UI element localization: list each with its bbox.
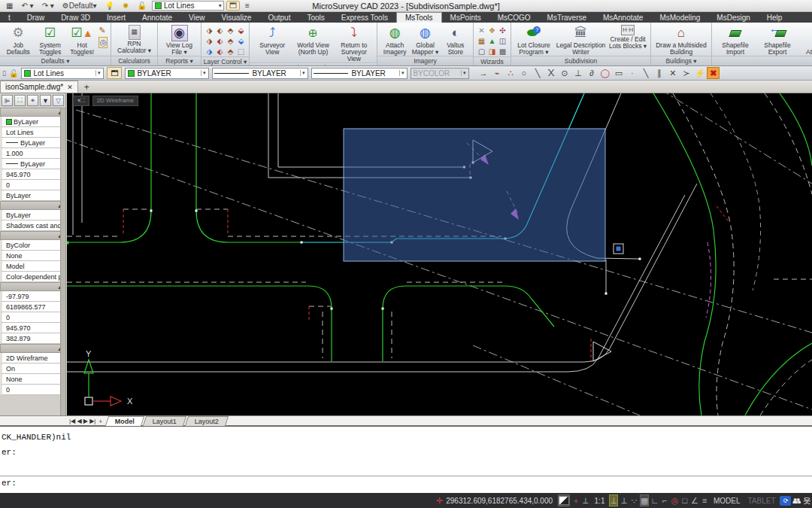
collaborate-icon[interactable]: 👥︎ [792, 494, 801, 506]
snap-tangent-icon[interactable]: ∂ [585, 67, 598, 79]
layer-tool-icon[interactable]: ⬗ [205, 26, 214, 35]
group-label-reports[interactable]: Reports ▾ [158, 56, 201, 65]
target-tool-icon[interactable]: ◎ [98, 37, 108, 48]
world-view-button[interactable]: 🜨World View (North Up) [293, 24, 332, 56]
menu-item-output[interactable]: Output [259, 12, 298, 23]
group-label-gis[interactable]: GIS [712, 56, 812, 65]
snap-parallel-icon[interactable]: ∥ [653, 67, 665, 79]
layer-properties-icon[interactable]: 🗔 [226, 1, 240, 11]
snap-temp-icon[interactable]: ∴ [504, 67, 517, 79]
tablet-toggle[interactable]: TABLET [747, 497, 775, 505]
section-header-plot[interactable]: ▲ [0, 231, 65, 240]
menu-item-msmodeling[interactable]: MsModeling [651, 12, 708, 23]
user-profile-icon[interactable]: 웃 [803, 494, 811, 506]
wizard-tool-icon[interactable]: ❖ [487, 26, 497, 35]
tab-model[interactable]: Model [105, 416, 144, 426]
graphics-toggle-icon[interactable] [558, 494, 570, 506]
snap-extension-icon[interactable]: ≻ [680, 67, 692, 79]
snap-mode-icon[interactable]: ∟ [650, 494, 659, 506]
prop-elevation[interactable]: 0 [0, 180, 65, 190]
model-space-toggle[interactable]: MODEL [714, 497, 741, 505]
prop-linetype-scale[interactable]: 1.000 [0, 148, 65, 159]
group-label-imagery[interactable]: Imagery [377, 56, 473, 65]
system-toggles-button[interactable]: ☑System Toggles [35, 24, 65, 56]
redo-button[interactable]: ↷ ▾ [39, 1, 57, 11]
undo-button[interactable]: ↶ ▾ [18, 1, 36, 11]
prop-center-y[interactable]: 6189865.577 [0, 302, 65, 312]
filter-icon[interactable]: ▼ [40, 95, 51, 106]
menu-item-annotate[interactable]: Annotate [134, 12, 180, 23]
snap-insertion-icon[interactable]: ▭ [612, 67, 625, 79]
prop-plotstyle-table[interactable]: None [0, 251, 65, 261]
layer-on-icon[interactable]: 💡 [102, 1, 117, 11]
menu-item-draw3d[interactable]: Draw 3D [53, 12, 98, 23]
pickbox-cursor[interactable] [614, 244, 623, 254]
snap-quick-icon[interactable]: ⚡ [693, 67, 706, 79]
group-label-view-rotation[interactable]: View Rotation [250, 62, 377, 65]
prop-center-z[interactable]: 0 [0, 312, 65, 323]
wizard-tool-icon[interactable]: ▦ [477, 36, 486, 46]
group-label-layer-control[interactable]: Layer Control ▾ [201, 56, 249, 65]
layer-tool-icon[interactable]: ⬗ [205, 36, 214, 46]
layer-tool-icon[interactable]: ⬙ [236, 26, 246, 35]
coordinates-display[interactable]: 296312.609,6182765.434,0.000 [446, 497, 553, 505]
command-history[interactable]: CK_HANDLER)nil er: [0, 427, 812, 476]
toolbar-overflow-icon[interactable]: ≡ [242, 1, 253, 11]
current-layer-combo[interactable]: Lot Lines▾ [152, 1, 224, 11]
layer-tool-icon[interactable]: ⬖ [215, 47, 225, 56]
snap-quadrant-icon[interactable]: ◯ [598, 67, 611, 79]
group-label-calculators[interactable]: Calculators [111, 56, 157, 65]
command-input[interactable]: er: [0, 476, 812, 491]
hot-toggles-button[interactable]: ☑▲Hot Toggles! [67, 24, 97, 56]
layer-combo[interactable]: Lot Lines▾ [21, 68, 104, 79]
layer-tool-icon[interactable]: ⬘ [226, 26, 235, 35]
return-surveyor-view-button[interactable]: ⤵Return to Surveyor View [335, 24, 374, 62]
linetype-combo[interactable]: BYLAYER▾ [212, 68, 308, 79]
snap-center-icon[interactable]: ⊙ [558, 67, 571, 79]
wizard-tool-icon[interactable]: ◨ [487, 47, 497, 56]
prop-lineweight[interactable]: ByLayer [0, 159, 65, 169]
layer-tool-icon[interactable]: ⬘ [226, 47, 235, 56]
section-header-view[interactable]: ▲ [0, 282, 65, 291]
wizard-tool-icon[interactable]: ✕ [477, 26, 486, 35]
prop-linetype[interactable]: ByLayer [0, 138, 65, 148]
prop-view-height[interactable]: 945.970 [0, 323, 65, 333]
menu-item-draw[interactable]: Draw [19, 12, 53, 23]
layer-tool-icon[interactable]: ⬘ [226, 36, 235, 46]
group-label-wizards[interactable]: Wizards [474, 56, 511, 65]
section-header-general[interactable]: ▲ [0, 108, 65, 117]
snap-intersection-icon[interactable]: ᙭ [544, 67, 557, 79]
prop-ucs-name[interactable]: None [0, 374, 65, 385]
prop-material[interactable]: ByLayer [0, 190, 65, 201]
prop-misc-0[interactable]: 0 [0, 385, 65, 395]
snap-perpendicular-icon[interactable]: ⊥ [571, 67, 584, 79]
viewport-menu-icon[interactable]: ▾⛶ [73, 96, 89, 106]
layer-tool-icon[interactable]: ⬖ [215, 36, 225, 46]
funnel-icon[interactable]: ▽ [53, 95, 64, 106]
pencil-icon[interactable]: ✎ [98, 26, 108, 35]
menu-item-truncated[interactable]: t [0, 12, 19, 23]
layout-tab-nav[interactable]: |◀ ◀ ▶ ▶| ＋ [0, 417, 107, 425]
create-edit-lots-blocks-button[interactable]: H·HCreate / Edit Lots Blocks ▾ [608, 24, 647, 50]
snap-none-icon[interactable]: ✖ [707, 67, 720, 79]
draw-multisided-building-button[interactable]: ⌂Draw a Multisided Building [654, 24, 708, 56]
snap-node-icon[interactable]: · [626, 67, 638, 79]
surveyor-view-button[interactable]: ⤴Surveyor View [253, 24, 292, 56]
prop-thickness[interactable]: 945.970 [0, 169, 65, 180]
menu-item-express-tools[interactable]: Express Tools [333, 12, 396, 23]
snap-nearest-icon[interactable]: ╲ [639, 67, 652, 79]
lineweight-combo[interactable]: BYLAYER▾ [311, 68, 408, 79]
attach-imagery-button[interactable]: ◍Attach Imagery [380, 24, 409, 56]
ortho-mode-icon[interactable]: ⌐ [661, 494, 669, 506]
wizard-tool-icon[interactable]: ▢ [477, 47, 486, 56]
wizard-tool-icon[interactable]: ✣ [498, 26, 508, 35]
snap-apparent-icon[interactable]: ✕ [666, 67, 679, 79]
job-defaults-button[interactable]: ⚙Job Defaults [3, 24, 33, 56]
properties-scrollbar[interactable] [60, 108, 65, 415]
scale-label[interactable]: 1:1 [595, 497, 605, 505]
prop-plot-table-type[interactable]: Color-dependent print... [0, 272, 65, 282]
menu-item-tools[interactable]: Tools [298, 12, 332, 23]
snap-tracking-icon[interactable]: → [477, 67, 489, 79]
menu-item-msdesign[interactable]: MsDesign [708, 12, 758, 23]
close-tab-icon[interactable]: ✕ [67, 84, 73, 91]
